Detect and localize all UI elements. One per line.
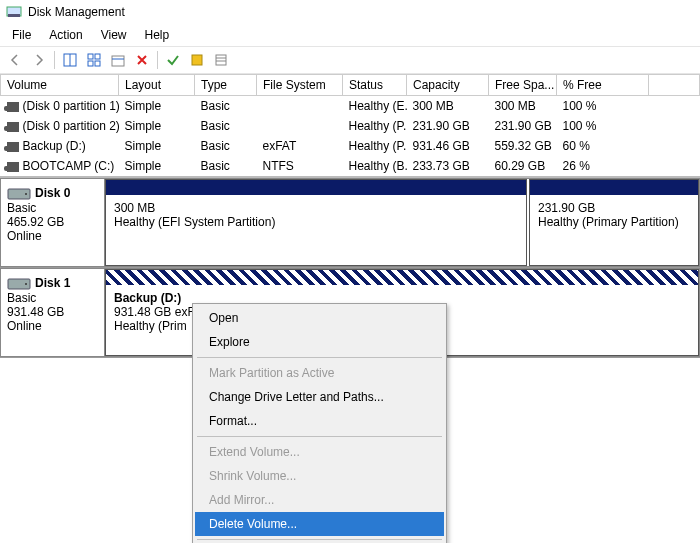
menu-view[interactable]: View [93, 26, 135, 44]
menu-file[interactable]: File [4, 26, 39, 44]
ctx-add-mirror: Add Mirror... [195, 488, 444, 512]
volume-icon [7, 102, 19, 112]
ctx-format[interactable]: Format... [195, 409, 444, 433]
svg-point-17 [25, 283, 27, 285]
col-header[interactable]: Volume [1, 75, 119, 96]
col-header[interactable]: Type [195, 75, 257, 96]
window-title: Disk Management [28, 5, 125, 19]
ctx-delete-volume[interactable]: Delete Volume... [195, 512, 444, 536]
svg-rect-10 [192, 55, 202, 65]
menu-help[interactable]: Help [137, 26, 178, 44]
svg-point-15 [25, 193, 27, 195]
titlebar: Disk Management [0, 0, 700, 24]
toolbar [0, 46, 700, 74]
menu-action[interactable]: Action [41, 26, 90, 44]
svg-rect-5 [95, 54, 100, 59]
ctx-extend: Extend Volume... [195, 440, 444, 464]
svg-rect-11 [216, 55, 226, 65]
svg-rect-4 [88, 54, 93, 59]
table-row[interactable]: (Disk 0 partition 1)SimpleBasicHealthy (… [1, 96, 700, 117]
disk-partitions: 300 MBHealthy (EFI System Partition)231.… [105, 178, 700, 267]
volume-icon [7, 122, 19, 132]
disk-row: Disk 0Basic465.92 GBOnline300 MBHealthy … [0, 178, 700, 268]
volume-table: VolumeLayoutTypeFile SystemStatusCapacit… [0, 74, 700, 176]
partition-strip [106, 180, 526, 195]
table-row[interactable]: Backup (D:)SimpleBasicexFATHealthy (P...… [1, 136, 700, 156]
col-header[interactable]: Free Spa... [489, 75, 557, 96]
col-header[interactable]: Layout [119, 75, 195, 96]
col-header[interactable]: Status [343, 75, 407, 96]
svg-rect-8 [112, 56, 124, 66]
table-row[interactable]: BOOTCAMP (C:)SimpleBasicNTFSHealthy (B..… [1, 156, 700, 176]
svg-rect-6 [88, 61, 93, 66]
delete-button[interactable] [131, 49, 153, 71]
partition-strip [530, 180, 698, 195]
volume-icon [7, 162, 19, 172]
properties-button[interactable] [107, 49, 129, 71]
grid-view-button[interactable] [83, 49, 105, 71]
col-header[interactable]: Capacity [407, 75, 489, 96]
forward-button[interactable] [28, 49, 50, 71]
ctx-explore[interactable]: Explore [195, 330, 444, 354]
check-button[interactable] [162, 49, 184, 71]
ctx-open[interactable]: Open [195, 306, 444, 330]
svg-rect-1 [8, 14, 20, 17]
partition[interactable]: 300 MBHealthy (EFI System Partition) [105, 179, 527, 266]
partition[interactable]: 231.90 GBHealthy (Primary Partition) [529, 179, 699, 266]
column-headers[interactable]: VolumeLayoutTypeFile SystemStatusCapacit… [1, 75, 700, 96]
settings-icon[interactable] [186, 49, 208, 71]
ctx-shrink: Shrink Volume... [195, 464, 444, 488]
list-icon[interactable] [210, 49, 232, 71]
partition-strip [106, 270, 698, 285]
menubar: File Action View Help [0, 24, 700, 46]
view-panes-button[interactable] [59, 49, 81, 71]
ctx-change-letter[interactable]: Change Drive Letter and Paths... [195, 385, 444, 409]
disk-header[interactable]: Disk 0Basic465.92 GBOnline [0, 178, 105, 267]
app-icon [6, 4, 22, 20]
col-header[interactable]: File System [257, 75, 343, 96]
svg-rect-7 [95, 61, 100, 66]
back-button[interactable] [4, 49, 26, 71]
context-menu: Open Explore Mark Partition as Active Ch… [192, 303, 447, 543]
volume-icon [7, 142, 19, 152]
col-header[interactable]: % Free [557, 75, 649, 96]
ctx-mark-active: Mark Partition as Active [195, 361, 444, 385]
table-row[interactable]: (Disk 0 partition 2)SimpleBasicHealthy (… [1, 116, 700, 136]
disk-header[interactable]: Disk 1Basic931.48 GBOnline [0, 268, 105, 357]
